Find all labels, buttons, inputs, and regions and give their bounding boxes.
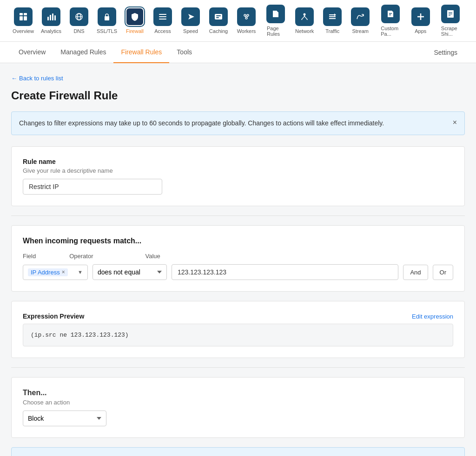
apps-icon	[411, 7, 430, 26]
svg-marker-25	[334, 13, 336, 16]
svg-rect-13	[159, 16, 166, 17]
back-arrow-icon: ←	[11, 75, 17, 82]
main-content: ← Back to rules list Create Firewall Rul…	[0, 63, 476, 456]
subnav-managed-rules[interactable]: Managed Rules	[53, 42, 113, 63]
svg-rect-14	[159, 19, 166, 20]
nav-speed[interactable]: Speed	[177, 3, 205, 39]
nav-scrape-shield[interactable]: Scrape Shi...	[435, 0, 467, 41]
filter-card: When incoming requests match... Field Op…	[11, 225, 465, 292]
svg-line-23	[246, 16, 248, 17]
info-banner-text: Changes to filter expressions may take u…	[19, 118, 447, 128]
section-divider-2	[11, 367, 465, 368]
value-input[interactable]	[172, 264, 398, 280]
filter-row: IP Address × ▼ does not equal equals is …	[23, 264, 453, 280]
warning-banner-close-button[interactable]: ×	[453, 454, 457, 456]
overview-icon	[14, 7, 33, 26]
action-select[interactable]: Block Allow Challenge (Captcha) JS Chall…	[23, 410, 106, 426]
svg-point-19	[244, 14, 246, 16]
nav-caching[interactable]: Caching	[205, 3, 232, 39]
svg-rect-4	[47, 17, 49, 20]
custom-pages-icon	[381, 5, 400, 23]
svg-rect-6	[52, 13, 53, 20]
ssl-icon	[98, 7, 116, 26]
svg-rect-3	[24, 16, 27, 20]
network-icon	[295, 7, 314, 26]
svg-line-22	[245, 16, 246, 17]
info-banner: Changes to filter expressions may take u…	[11, 111, 465, 135]
nav-custom-pages[interactable]: Custom Pa...	[374, 0, 407, 41]
svg-rect-18	[216, 17, 219, 18]
then-title: Then...	[23, 389, 453, 397]
then-hint: Choose an action	[23, 399, 453, 406]
stream-icon	[351, 7, 370, 26]
value-label-text: Value	[145, 253, 160, 260]
subnav-settings[interactable]: Settings	[426, 42, 465, 63]
filter-section-title: When incoming requests match...	[23, 237, 453, 245]
page-title: Create Firewall Rule	[11, 89, 465, 102]
expression-preview: (ip.src ne 123.123.123.123)	[23, 324, 453, 346]
nav-page-rules[interactable]: Page Rules	[260, 0, 291, 41]
expression-card: Expression Preview Edit expression (ip.s…	[11, 301, 465, 358]
subnav-overview[interactable]: Overview	[11, 42, 53, 63]
svg-point-20	[247, 14, 249, 16]
top-navigation: Overview Analytics DNS SSL/TLS Firewall …	[0, 0, 476, 42]
section-divider-1	[11, 215, 465, 216]
rule-name-card: Rule name Give your rule a descriptive n…	[11, 146, 465, 206]
svg-rect-2	[20, 16, 23, 20]
operator-label-text: Operator	[69, 253, 93, 260]
analytics-icon	[42, 7, 60, 26]
nav-analytics[interactable]: Analytics	[37, 3, 65, 39]
field-label-text: Field	[23, 253, 36, 260]
svg-point-21	[245, 17, 247, 19]
then-card: Then... Choose an action Block Allow Cha…	[11, 377, 465, 438]
field-tag-remove[interactable]: ×	[62, 269, 65, 275]
svg-rect-0	[20, 13, 23, 15]
rule-name-input[interactable]	[23, 179, 162, 195]
nav-apps[interactable]: Apps	[407, 3, 435, 39]
rule-name-hint: Give your rule a descriptive name	[23, 167, 453, 174]
nav-traffic[interactable]: Traffic	[318, 3, 346, 39]
svg-marker-15	[188, 14, 194, 20]
field-select[interactable]: IP Address × ▼	[23, 265, 88, 280]
svg-rect-5	[50, 15, 51, 20]
warning-banner-text: Specific filter expressions could affect…	[19, 454, 447, 456]
rule-name-label: Rule name	[23, 158, 453, 165]
svg-rect-16	[215, 14, 222, 20]
expression-header: Expression Preview Edit expression	[23, 313, 453, 320]
operator-select[interactable]: does not equal equals is in is not in co…	[93, 264, 167, 280]
svg-rect-17	[216, 15, 221, 16]
nav-network[interactable]: Network	[291, 3, 318, 39]
subnav-tools[interactable]: Tools	[169, 42, 199, 63]
nav-overview[interactable]: Overview	[9, 3, 37, 39]
field-tag-value: IP Address ×	[28, 268, 68, 276]
nav-workers[interactable]: Workers	[232, 3, 260, 39]
edit-expression-link[interactable]: Edit expression	[412, 313, 453, 320]
back-link[interactable]: ← Back to rules list	[11, 75, 63, 82]
svg-rect-7	[54, 15, 56, 20]
firewall-icon	[126, 7, 144, 26]
nav-firewall[interactable]: Firewall	[121, 3, 149, 39]
svg-rect-11	[105, 16, 109, 20]
subnav-firewall-rules[interactable]: Firewall Rules	[113, 42, 169, 63]
page-rules-icon	[266, 5, 285, 23]
field-dropdown-arrow: ▼	[78, 269, 83, 275]
scrape-shield-icon	[441, 5, 460, 23]
svg-rect-1	[24, 13, 27, 15]
speed-icon	[181, 7, 200, 26]
expression-title: Expression Preview	[23, 313, 84, 320]
dns-icon	[70, 7, 88, 26]
or-button[interactable]: Or	[433, 265, 453, 280]
nav-access[interactable]: Access	[149, 3, 177, 39]
sub-navigation: Overview Managed Rules Firewall Rules To…	[0, 42, 476, 63]
access-icon	[153, 7, 172, 26]
nav-stream[interactable]: Stream	[346, 3, 374, 39]
caching-icon	[209, 7, 228, 26]
workers-icon	[237, 7, 256, 26]
warning-banner: Specific filter expressions could affect…	[11, 447, 465, 456]
nav-dns[interactable]: DNS	[65, 3, 93, 39]
traffic-icon	[323, 7, 342, 26]
and-button[interactable]: And	[403, 265, 428, 280]
info-banner-close-button[interactable]: ×	[453, 118, 457, 127]
nav-ssl-tls[interactable]: SSL/TLS	[93, 3, 121, 39]
svg-rect-12	[159, 14, 166, 15]
